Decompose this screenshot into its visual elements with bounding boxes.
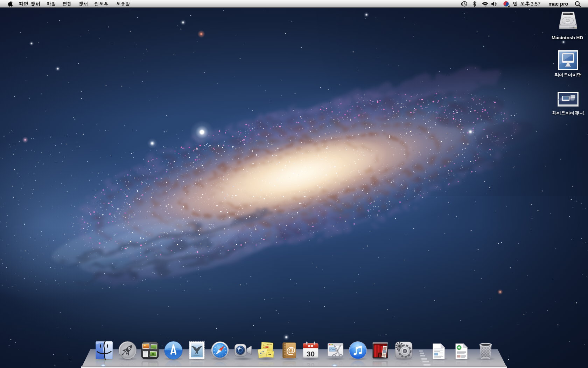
svg-text:30: 30 [307, 350, 315, 358]
svg-text:@: @ [286, 345, 295, 356]
svg-text:2: 2 [508, 4, 510, 7]
